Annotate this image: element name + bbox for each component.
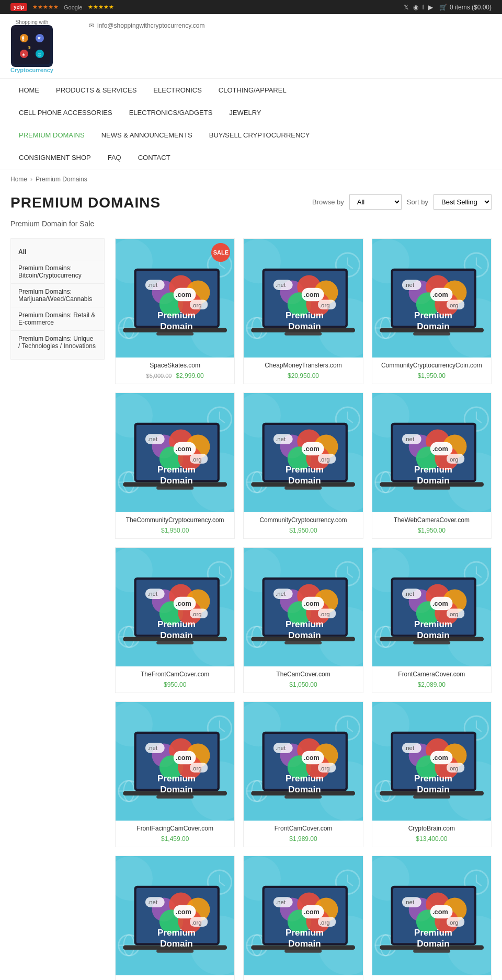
youtube-icon[interactable]: ▶: [428, 4, 433, 11]
nav-premium-domains[interactable]: PREMIUM DOMAINS: [10, 124, 93, 146]
nav-row-3: PREMIUM DOMAINS NEWS & ANNOUNCEMENTS BUY…: [10, 124, 492, 146]
svg-text:.com: .com: [176, 445, 191, 453]
product-card[interactable]: .com .net .org Premium Domain TheFrontCa…: [115, 547, 235, 693]
product-price: $13,400.00: [416, 835, 447, 843]
product-image: .com .net .org Premium Domain: [116, 856, 234, 975]
svg-text:Premium: Premium: [414, 310, 452, 320]
svg-text:.com: .com: [176, 754, 191, 762]
svg-text:Domain: Domain: [417, 785, 449, 794]
product-price: $1,950.00: [418, 527, 446, 534]
product-card[interactable]: .com .net .org Premium Domain CommunityC…: [372, 238, 492, 384]
nav-cell-phone[interactable]: CELL PHONE ACCESSORIES: [10, 101, 121, 124]
svg-text:.org: .org: [191, 919, 202, 926]
product-price-row: $1,050.00: [248, 680, 358, 688]
svg-rect-333: [156, 950, 193, 953]
svg-text:.com: .com: [304, 754, 320, 762]
product-info: TheCamCover.com $1,050.00: [244, 666, 362, 693]
sort-by-select[interactable]: Best Selling: [433, 194, 492, 210]
product-info: CheapMoneyTransfers.com $20,950.00: [244, 358, 362, 384]
browse-by-select[interactable]: All: [349, 194, 402, 210]
product-price: $2,999.00: [176, 372, 203, 379]
nav-products[interactable]: PRODUCTS & SERVICES: [48, 79, 145, 101]
svg-rect-359: [284, 950, 322, 953]
product-card[interactable]: .com .net .org Premium Domain CheapMoney…: [243, 238, 363, 384]
sidebar-item-retail[interactable]: Premium Domains: Retail & E-commerce: [11, 307, 104, 331]
breadcrumb-home[interactable]: Home: [10, 176, 27, 183]
svg-rect-281: [284, 795, 322, 799]
nav-clothing[interactable]: CLOTHING/APPAREL: [210, 79, 295, 101]
nav-home[interactable]: HOME: [10, 79, 48, 101]
product-card[interactable]: .com .net .org Premium Domain Microphone…: [243, 856, 363, 980]
product-info: CommunityCryptocurrencyCoin.com $1,950.0…: [372, 358, 491, 384]
svg-text:.net: .net: [147, 436, 158, 443]
sidebar-item-unique[interactable]: Premium Domains: Unique / Technologies /…: [11, 331, 104, 354]
svg-line-222: [476, 573, 482, 577]
instagram-icon[interactable]: ◉: [413, 4, 418, 11]
product-price: $1,950.00: [418, 372, 446, 379]
sidebar: All Premium Domains: Bitcoin/Cryptocurre…: [10, 238, 105, 360]
yelp-badge: yelp: [10, 3, 27, 11]
nav-contact[interactable]: CONTACT: [130, 146, 179, 169]
product-image: .com .net .org Premium Domain: [116, 702, 234, 821]
svg-line-248: [220, 728, 225, 732]
cart-icon: 🛒: [439, 4, 447, 11]
svg-line-326: [220, 882, 225, 886]
nav-row-1: HOME PRODUCTS & SERVICES ELECTRONICS CLO…: [10, 79, 492, 101]
product-card[interactable]: SALE: [115, 238, 235, 384]
product-info: CryptocurrencyTrivia.com $15,000.00: [116, 975, 234, 980]
product-card[interactable]: .com .net .org Premium Domain FrontFacin…: [115, 701, 235, 847]
product-name: FrontCameraCover.com: [376, 671, 487, 678]
product-card[interactable]: .com .net .org Premium Domain TheCamCove…: [243, 547, 363, 693]
product-card[interactable]: .com .net .org Premium Domain FrontCamer…: [372, 547, 492, 693]
sidebar-item-bitcoin[interactable]: Premium Domains: Bitcoin/Cryptocurrency: [11, 260, 104, 284]
product-card[interactable]: .com .net .org Premium Domain Cryptocurr…: [115, 856, 235, 980]
sidebar-item-all[interactable]: All: [11, 244, 104, 260]
product-price: $950.00: [164, 681, 186, 688]
nav-electronics-gadgets[interactable]: ELECTRONICS/GADGETS: [121, 101, 221, 124]
facebook-icon[interactable]: f: [423, 4, 424, 11]
svg-text:.org: .org: [448, 302, 459, 308]
product-grid: SALE: [115, 238, 492, 980]
product-image: .com .net .org Premium Domain: [244, 239, 362, 358]
nav-consignment[interactable]: CONSIGNMENT SHOP: [10, 146, 99, 169]
sidebar-item-marijuana[interactable]: Premium Domains: Marijuana/Weed/Cannabis: [11, 284, 104, 307]
svg-rect-0: [14, 28, 50, 64]
nav-electronics[interactable]: ELECTRONICS: [145, 79, 210, 101]
svg-text:.net: .net: [276, 591, 286, 597]
product-info: FrontCameraCover.com $2,089.00: [372, 666, 491, 693]
svg-text:Domain: Domain: [289, 785, 321, 794]
svg-text:Premium: Premium: [157, 928, 196, 938]
svg-text:Domain: Domain: [289, 630, 321, 640]
product-card[interactable]: .com .net .org Premium Domain CryptoBrai…: [372, 701, 492, 847]
browse-by-label: Browse by: [312, 198, 344, 206]
product-price-row: $13,400.00: [376, 834, 487, 843]
svg-text:.com: .com: [304, 908, 320, 916]
product-card[interactable]: .com .net .org Premium Domain CommunityC…: [243, 393, 363, 538]
svg-line-352: [348, 882, 353, 886]
nav-jewelry[interactable]: JEWELRY: [221, 101, 269, 124]
twitter-icon[interactable]: 𝕏: [404, 4, 409, 11]
nav-news[interactable]: NEWS & ANNOUNCEMENTS: [93, 124, 201, 146]
product-image: .com .net .org Premium Domain: [372, 393, 491, 512]
product-name: CommunityCryptocurrencyCoin.com: [376, 362, 487, 369]
svg-text:.com: .com: [432, 445, 448, 453]
svg-text:Premium: Premium: [414, 619, 452, 629]
svg-text:Domain: Domain: [289, 939, 321, 949]
svg-text:Premium: Premium: [414, 928, 452, 938]
nav-buysell-crypto[interactable]: BUY/SELL CRYPTOCURRENCY: [201, 124, 318, 146]
svg-text:.org: .org: [320, 302, 330, 308]
nav-faq[interactable]: FAQ: [99, 146, 130, 169]
svg-text:.com: .com: [176, 291, 191, 298]
product-card[interactable]: .com .net .org Premium Domain TheCommuni…: [115, 393, 235, 538]
controls-row: Browse by All Sort by Best Selling: [312, 194, 492, 210]
product-card[interactable]: .com .net .org Premium Domain TheWebCame…: [372, 393, 492, 538]
product-card[interactable]: .com .net .org Premium Domain NEOBankofC…: [372, 856, 492, 980]
main-layout: All Premium Domains: Bitcoin/Cryptocurre…: [10, 238, 492, 980]
product-card[interactable]: .com .net .org Premium Domain FrontCamCo…: [243, 701, 363, 847]
breadcrumb-separator: ›: [30, 176, 32, 183]
product-info: TheCommunityCryptocurrency.com $1,950.00: [116, 512, 234, 538]
logo-area[interactable]: Shopping with ₿ Ξ ◈ ◎ $ Cryptocurrency: [10, 19, 53, 73]
top-bar: yelp ★★★★★ Google ★★★★★ 𝕏 ◉ f ▶ 🛒 0 item…: [0, 0, 502, 14]
email-info: ✉ info@shoppingwithcryptocurrency.com: [89, 22, 204, 29]
cart-info[interactable]: 🛒 0 items ($0.00): [439, 4, 492, 11]
